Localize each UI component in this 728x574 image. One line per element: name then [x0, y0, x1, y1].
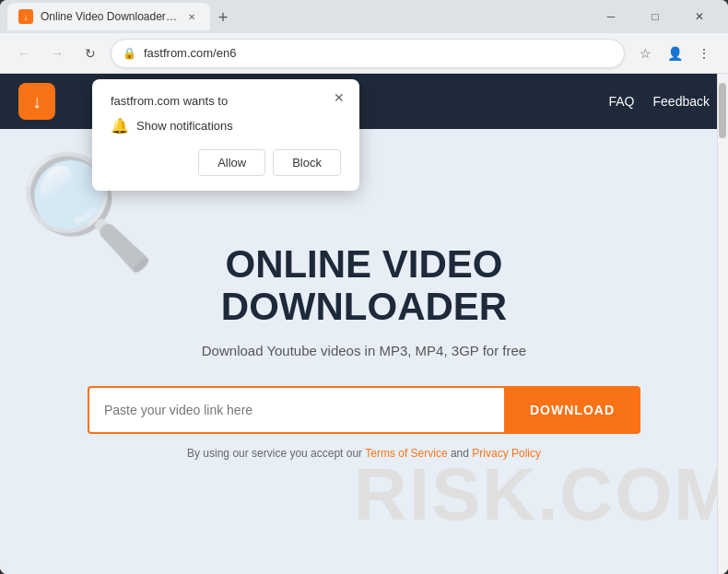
tab-title: Online Video Downloader - Free: [41, 10, 177, 23]
tab-close-button[interactable]: ✕: [184, 9, 199, 24]
block-button[interactable]: Block: [273, 149, 341, 176]
site-subtitle: Download Youtube videos in MP3, MP4, 3GP…: [202, 343, 526, 358]
popup-close-button[interactable]: ✕: [330, 88, 348, 107]
title-bar: ↓ Online Video Downloader - Free ✕ + ─ □…: [0, 0, 728, 33]
address-bar-actions: ☆ 👤 ⋮: [632, 41, 717, 66]
scrollbar[interactable]: [717, 74, 728, 574]
url-bar[interactable]: 🔒 fastfrom.com/en6: [111, 39, 625, 68]
popup-notification-row: 🔔 Show notifications: [111, 117, 341, 135]
minimize-button[interactable]: ─: [590, 0, 632, 33]
site-body: 🔍 RISK.COM ONLINE VIDEO DOWNLOADER Downl…: [0, 129, 728, 574]
back-button[interactable]: ←: [11, 41, 37, 66]
popup-header: fastfrom.com wants to: [111, 94, 341, 108]
video-url-input[interactable]: [88, 386, 504, 434]
notification-popup: ✕ fastfrom.com wants to 🔔 Show notificat…: [92, 79, 359, 191]
tab-favicon: ↓: [18, 9, 33, 24]
tabs-area: ↓ Online Video Downloader - Free ✕ +: [7, 3, 590, 30]
refresh-button[interactable]: ↻: [77, 41, 103, 66]
terms-text: By using our service you accept our Term…: [187, 447, 541, 460]
faq-link[interactable]: FAQ: [609, 94, 635, 109]
site-logo: ↓: [18, 83, 55, 120]
new-tab-button[interactable]: +: [210, 5, 236, 30]
maximize-button[interactable]: □: [634, 0, 676, 33]
feedback-link[interactable]: Feedback: [653, 94, 710, 109]
nav-links: FAQ Feedback: [609, 94, 710, 109]
profile-button[interactable]: 👤: [662, 41, 687, 66]
privacy-policy-link[interactable]: Privacy Policy: [472, 447, 541, 460]
popup-notification-text: Show notifications: [136, 119, 233, 133]
scrollbar-thumb[interactable]: [719, 83, 726, 138]
bookmark-button[interactable]: ☆: [632, 41, 658, 66]
url-text: fastfrom.com/en6: [144, 46, 613, 60]
lock-icon: 🔒: [123, 47, 136, 60]
popup-buttons: Allow Block: [111, 149, 341, 176]
close-button[interactable]: ✕: [678, 0, 721, 33]
browser-window: ↓ Online Video Downloader - Free ✕ + ─ □…: [0, 0, 728, 574]
allow-button[interactable]: Allow: [198, 149, 265, 176]
forward-button[interactable]: →: [44, 41, 70, 66]
site-title: ONLINE VIDEO DOWNLOADER: [221, 243, 507, 328]
window-controls: ─ □ ✕: [590, 0, 721, 33]
bell-icon: 🔔: [111, 117, 129, 135]
watermark: RISK.COM: [354, 452, 728, 537]
active-tab[interactable]: ↓ Online Video Downloader - Free ✕: [7, 3, 210, 30]
download-button[interactable]: DOWNLOAD: [504, 386, 640, 434]
page-content: ↓ FAQ Feedback 🔍 RISK.COM ONLINE VIDEO D…: [0, 74, 728, 574]
search-row: DOWNLOAD: [88, 386, 640, 434]
address-bar: ← → ↻ 🔒 fastfrom.com/en6 ☆ 👤 ⋮: [0, 33, 728, 74]
terms-of-service-link[interactable]: Terms of Service: [365, 447, 447, 460]
menu-button[interactable]: ⋮: [691, 41, 717, 66]
